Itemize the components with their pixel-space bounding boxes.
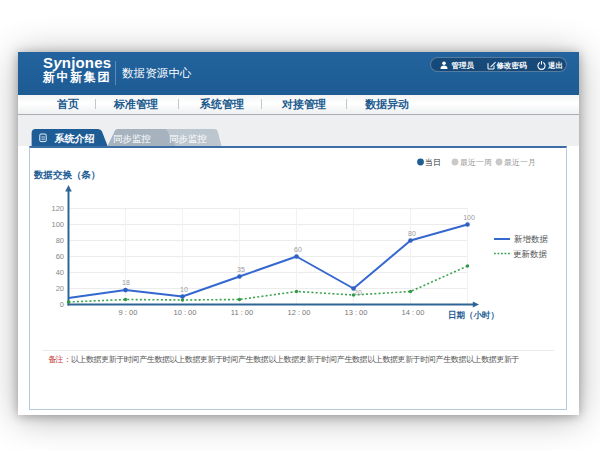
svg-text:日期（小时）: 日期（小时） [448,310,499,320]
svg-text:新增数据: 新增数据 [514,234,549,244]
svg-text:最近一周: 最近一周 [460,158,492,167]
svg-text:60: 60 [294,246,302,253]
svg-text:20: 20 [354,289,362,296]
svg-text:13 : 00: 13 : 00 [345,308,368,317]
svg-text:35: 35 [237,266,245,273]
svg-text:当日: 当日 [425,158,441,167]
svg-text:0: 0 [60,300,64,309]
svg-text:18: 18 [122,279,130,286]
svg-text:10 : 00: 10 : 00 [174,308,197,317]
svg-text:120: 120 [51,204,64,213]
svg-text:10: 10 [180,286,188,293]
svg-text:20: 20 [56,284,64,293]
svg-text:12 : 00: 12 : 00 [288,308,311,317]
svg-text:更新数据: 更新数据 [513,249,548,259]
svg-text:40: 40 [56,268,64,277]
svg-text:80: 80 [408,230,416,237]
svg-text:80: 80 [56,236,64,245]
svg-text:9 : 00: 9 : 00 [119,308,138,317]
svg-text:14 : 00: 14 : 00 [402,308,425,317]
svg-text:11 : 00: 11 : 00 [231,308,253,317]
svg-text:100: 100 [51,220,64,229]
svg-text:数据交换（条）: 数据交换（条） [33,169,101,181]
svg-text:最近一月: 最近一月 [504,158,536,167]
svg-text:60: 60 [56,252,64,261]
svg-text:100: 100 [463,214,475,221]
